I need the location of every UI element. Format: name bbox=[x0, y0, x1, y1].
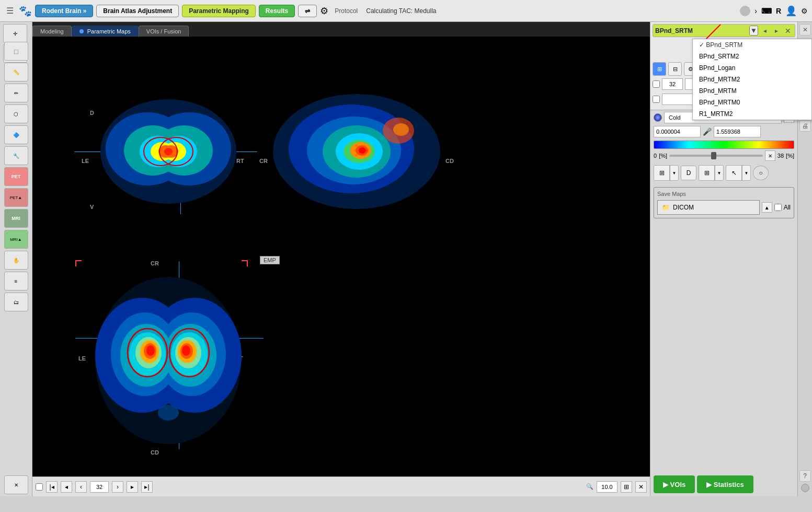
num2-checkbox[interactable] bbox=[653, 96, 660, 103]
zoom-fit-btn[interactable]: ⊞ bbox=[621, 481, 632, 493]
circle-btn[interactable]: ○ bbox=[753, 166, 769, 180]
brain-scan-area[interactable]: D V LE RT D V CR CD CR CD LE RT EMP bbox=[32, 37, 650, 476]
cursor-btn[interactable]: ↖ bbox=[726, 166, 742, 180]
value-right-input[interactable] bbox=[714, 126, 761, 137]
map-dropdown-arrow-btn[interactable]: ▼ bbox=[749, 26, 758, 36]
ctrl-icon-1[interactable]: ⊞ bbox=[653, 62, 666, 76]
sidebar-btn-pet[interactable]: PET bbox=[4, 167, 28, 186]
sidebar-btn-pet2[interactable]: PET▲ bbox=[4, 188, 28, 207]
bottom-right-btns: ▶ VOIs ▶ Statistics bbox=[650, 472, 797, 496]
sidebar-btn-measure[interactable]: 📏 bbox=[4, 63, 28, 82]
map-dropdown-menu[interactable]: BPnd_SRTM BPnd_SRTM2 BPnd_Logan BPnd_MRT… bbox=[692, 39, 812, 120]
map-next-btn[interactable]: ▸ bbox=[772, 26, 781, 36]
main-layout: ✛ ↖ ⬚ 📏 ✏ ⬡ 🔷 🔧 PET PET▲ MRI MRI▲ ✋ ≡ 🗂 … bbox=[0, 22, 812, 496]
corner-bl-tl bbox=[75, 260, 82, 266]
ctrl-icon-2[interactable]: ⊟ bbox=[668, 62, 682, 76]
prev-btn[interactable]: ‹ bbox=[75, 481, 87, 493]
dropdown-item-r1-mrtm2[interactable]: R1_MRTM2 bbox=[693, 108, 811, 120]
menu-icon[interactable]: ☰ bbox=[4, 5, 16, 17]
zoom-input[interactable] bbox=[597, 481, 617, 493]
sidebar-btn-layers[interactable]: ≡ bbox=[4, 272, 28, 290]
view-grid-arrow[interactable]: ▼ bbox=[670, 166, 678, 180]
sidebar-btn-mri[interactable]: MRI bbox=[4, 209, 28, 228]
dropdown-item-bpnd-logan[interactable]: BPnd_Logan bbox=[693, 62, 811, 74]
chevron-right-icon[interactable]: › bbox=[754, 7, 757, 15]
frame-number-input[interactable] bbox=[90, 481, 109, 493]
strip-icon-1[interactable]: ✕ bbox=[799, 24, 811, 36]
dropdown-item-bpnd-srtm2[interactable]: BPnd_SRTM2 bbox=[693, 51, 811, 62]
sidebar-btn-hand[interactable]: ✋ bbox=[4, 251, 28, 270]
save-expand-btn[interactable]: ▲ bbox=[762, 202, 772, 213]
overlay-btn[interactable]: ⊞ bbox=[699, 166, 715, 180]
slider-close-btn[interactable]: ✕ bbox=[765, 150, 775, 161]
sidebar-btn-mri2[interactable]: MRI▲ bbox=[4, 230, 28, 249]
tab-vois-fusion[interactable]: VOIs / Fusion bbox=[139, 26, 189, 37]
dropdown-item-bpnd-srtm[interactable]: BPnd_SRTM bbox=[693, 39, 811, 51]
frame-checkbox[interactable] bbox=[36, 483, 43, 491]
strip-icon-print[interactable]: 🖨 bbox=[799, 120, 811, 132]
viewport[interactable]: Modeling Parametric Maps VOIs / Fusion D… bbox=[32, 22, 650, 496]
results-button[interactable]: Results bbox=[259, 5, 295, 17]
sidebar-btn-tools[interactable]: 🔧 bbox=[4, 146, 28, 165]
statistics-button[interactable]: ▶ Statistics bbox=[697, 475, 753, 493]
map-dropdown-row[interactable]: BPnd_SRTM ▼ ◂ ▸ ✕ bbox=[653, 24, 795, 37]
strip-icon-question[interactable]: ? bbox=[799, 470, 811, 482]
svg-point-40 bbox=[146, 345, 155, 356]
map-prev-btn[interactable]: ◂ bbox=[760, 26, 770, 36]
sidebar-btn-eraser[interactable]: ✏ bbox=[4, 84, 28, 102]
terminal-icon[interactable]: ⌨ bbox=[761, 7, 772, 15]
sidebar-btn-close-x[interactable]: ✕ bbox=[4, 475, 28, 494]
logo-icon: 🐾 bbox=[19, 5, 32, 17]
dropdown-item-bpnd-mrtm[interactable]: BPnd_MRTM bbox=[693, 85, 811, 97]
view-d-btn[interactable]: D bbox=[681, 166, 696, 180]
view-grid-btn[interactable]: ⊞ bbox=[654, 166, 670, 180]
num-checkbox[interactable] bbox=[653, 80, 660, 88]
cursor-arrow[interactable]: ▼ bbox=[742, 166, 750, 180]
dropdown-item-bpnd-mrtm0[interactable]: BPnd_MRTM0 bbox=[693, 97, 811, 108]
tab-modeling[interactable]: Modeling bbox=[32, 26, 72, 37]
brain-atlas-button[interactable]: Brain Atlas Adjustment bbox=[96, 5, 179, 17]
right-panel: BPnd_SRTM ▼ ◂ ▸ ✕ BPnd_SRTM BPnd_SRTM2 B… bbox=[650, 22, 812, 496]
sidebar-btn-crosshair[interactable]: ✛ bbox=[3, 24, 27, 43]
sidebar-btn-roi[interactable]: ⬡ bbox=[4, 104, 28, 123]
save-maps-title: Save Maps bbox=[657, 191, 791, 197]
tab-bar: ✛ ↖ bbox=[0, 24, 32, 40]
user-icon[interactable]: 👤 bbox=[785, 5, 797, 17]
emp-badge: EMP bbox=[260, 256, 280, 264]
save-all-checkbox[interactable] bbox=[774, 204, 782, 211]
brain-tl-svg[interactable] bbox=[85, 89, 252, 219]
parametric-mapping-button[interactable]: Parametric Mapping bbox=[182, 5, 256, 17]
rodent-brain-button[interactable]: Rodent Brain » bbox=[35, 5, 93, 17]
lut-color-dot[interactable] bbox=[654, 113, 662, 122]
colorbar-gradient[interactable] bbox=[654, 141, 794, 149]
sidebar-btn-3d[interactable]: 🔷 bbox=[4, 125, 28, 144]
num-input-1[interactable] bbox=[662, 78, 683, 90]
overlay-arrow[interactable]: ▼ bbox=[715, 166, 723, 180]
sidebar-btn-select[interactable]: ⬚ bbox=[4, 42, 28, 61]
zoom-icon[interactable]: 🔍 bbox=[586, 483, 593, 490]
settings-mini-icon[interactable]: ⚙ bbox=[801, 7, 808, 15]
zoom-reset-btn[interactable]: ✕ bbox=[635, 481, 647, 493]
value-left-input[interactable] bbox=[654, 126, 701, 137]
map-controls: BPnd_SRTM ▼ ◂ ▸ ✕ BPnd_SRTM BPnd_SRTM2 B… bbox=[650, 22, 797, 110]
mic-icon[interactable]: 🎤 bbox=[703, 127, 712, 136]
vois-button[interactable]: ▶ VOIs bbox=[654, 475, 695, 493]
next-frame-btn[interactable]: ▸ bbox=[127, 481, 138, 493]
slider-container[interactable] bbox=[669, 152, 763, 160]
colorbar-min-unit: [%] bbox=[659, 153, 667, 159]
first-frame-btn[interactable]: |◂ bbox=[46, 481, 58, 493]
dropdown-item-bpnd-mrtm2[interactable]: BPnd_MRTM2 bbox=[693, 74, 811, 85]
next-btn[interactable]: › bbox=[112, 481, 123, 493]
last-frame-btn[interactable]: ▸| bbox=[141, 481, 153, 493]
save-dicom-btn[interactable]: 📁 DICOM bbox=[657, 200, 760, 215]
tab-parametric-maps[interactable]: Parametric Maps bbox=[72, 26, 139, 37]
brain-tr-svg[interactable] bbox=[257, 89, 456, 219]
prev-frame-btn[interactable]: ◂ bbox=[61, 481, 72, 493]
map-close-btn[interactable]: ✕ bbox=[783, 26, 793, 36]
r-icon[interactable]: R bbox=[776, 7, 781, 15]
bottom-bar: |◂ ◂ ‹ › ▸ ▸| 🔍 ⊞ ✕ bbox=[32, 476, 650, 496]
status-circle bbox=[740, 6, 750, 16]
sidebar-btn-stack[interactable]: 🗂 bbox=[4, 293, 28, 311]
link-button[interactable]: ⇌ bbox=[298, 5, 317, 17]
brain-bl-svg[interactable] bbox=[85, 266, 252, 455]
